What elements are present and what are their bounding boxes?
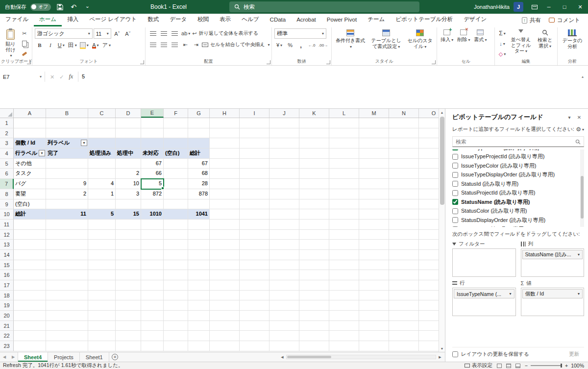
avatar[interactable]: J <box>514 2 523 12</box>
sheet-tab-Sheet4[interactable]: Sheet4 <box>18 352 48 362</box>
cell-H20[interactable] <box>210 311 240 321</box>
cell-J1[interactable] <box>270 118 299 128</box>
cell-K10[interactable] <box>299 209 329 220</box>
cell-K6[interactable] <box>299 169 329 179</box>
cell-J7[interactable] <box>270 179 299 189</box>
cell-N23[interactable] <box>389 341 419 351</box>
field-checkbox[interactable] <box>452 190 458 196</box>
ribbon-tab-表示[interactable]: 表示 <box>214 14 236 26</box>
columns-drop-zone[interactable]: StatusName (読み... <box>521 248 585 277</box>
cell-J3[interactable] <box>270 138 299 148</box>
cell-J8[interactable] <box>270 189 299 199</box>
cell-L21[interactable] <box>329 321 359 331</box>
font-color-button[interactable] <box>91 40 100 50</box>
cell-L17[interactable] <box>329 280 359 291</box>
ribbon-tab-Power Pivot[interactable]: Power Pivot <box>321 14 362 26</box>
cell-A5[interactable]: その他 <box>14 159 46 169</box>
cell-N13[interactable] <box>389 240 419 250</box>
cell-L15[interactable] <box>329 260 359 271</box>
cell-E7[interactable]: 5 <box>141 179 164 189</box>
cell-F2[interactable] <box>164 128 188 139</box>
cell-M13[interactable] <box>359 240 389 250</box>
cell-H23[interactable] <box>210 341 240 351</box>
cell-H2[interactable] <box>210 128 240 139</box>
cell-O20[interactable] <box>419 311 439 321</box>
cell-O19[interactable] <box>419 300 439 311</box>
cell-O2[interactable] <box>419 128 439 139</box>
enter-formula-button[interactable] <box>59 74 64 80</box>
cell-E8[interactable]: 872 <box>141 189 164 199</box>
cell-F14[interactable] <box>164 250 188 260</box>
cell-E22[interactable] <box>141 331 164 341</box>
ribbon-tab-校閲[interactable]: 校閲 <box>192 14 214 26</box>
cell-C23[interactable] <box>88 341 116 351</box>
cell-I12[interactable] <box>240 230 270 240</box>
cell-M20[interactable] <box>359 311 389 321</box>
ribbon-display-options-button[interactable] <box>528 0 541 14</box>
fill-button[interactable] <box>497 39 507 49</box>
cell-K20[interactable] <box>299 311 329 321</box>
cell-A17[interactable] <box>14 280 46 291</box>
cell-A13[interactable] <box>14 240 46 250</box>
align-right-button[interactable] <box>170 40 179 49</box>
cell-O10[interactable] <box>419 209 439 220</box>
cell-E21[interactable] <box>141 321 164 331</box>
comma-format-button[interactable] <box>296 40 306 50</box>
cell-K7[interactable] <box>299 179 329 189</box>
cell-E1[interactable] <box>141 118 164 128</box>
underline-button[interactable] <box>56 40 66 50</box>
align-center-button[interactable] <box>159 40 169 49</box>
cell-I11[interactable] <box>240 220 270 230</box>
clipboard-dialog-launcher-icon[interactable] <box>27 60 31 64</box>
cell-N5[interactable] <box>389 159 419 169</box>
cell-H19[interactable] <box>210 300 240 311</box>
cell-B10[interactable]: 11 <box>46 209 88 220</box>
field-list-scrollbar[interactable] <box>580 149 584 227</box>
cell-J9[interactable] <box>270 199 299 210</box>
cell-B1[interactable] <box>46 118 88 128</box>
cell-E12[interactable] <box>141 230 164 240</box>
cell-C19[interactable] <box>88 300 116 311</box>
cell-C5[interactable] <box>88 159 116 169</box>
cell-L9[interactable] <box>329 199 359 210</box>
cell-N18[interactable] <box>389 291 419 301</box>
tools-button[interactable]: ▾ <box>576 126 584 133</box>
cell-O1[interactable] <box>419 118 439 128</box>
field-item[interactable]: AssigneeId (読み取り専用) <box>452 225 579 227</box>
cell-A1[interactable] <box>14 118 46 128</box>
cell-J10[interactable] <box>270 209 299 220</box>
cell-M7[interactable] <box>359 179 389 189</box>
cell-B8[interactable]: 2 <box>46 189 88 199</box>
cell-I9[interactable] <box>240 199 270 210</box>
cell-M11[interactable] <box>359 220 389 230</box>
field-chip[interactable]: StatusName (読み... <box>522 250 583 259</box>
decrease-indent-button[interactable]: ⇤ <box>180 40 190 49</box>
cell-E9[interactable] <box>141 199 164 210</box>
cell-O13[interactable] <box>419 240 439 250</box>
cell-D18[interactable] <box>116 291 141 301</box>
cell-I22[interactable] <box>240 331 270 341</box>
cell-G3[interactable] <box>188 138 210 148</box>
cell-N19[interactable] <box>389 300 419 311</box>
formula-input[interactable]: 5 <box>78 72 577 82</box>
cell-M19[interactable] <box>359 300 389 311</box>
number-format-combo[interactable]: 標準 <box>274 28 326 39</box>
cell-L19[interactable] <box>329 300 359 311</box>
page-layout-view-button[interactable] <box>506 364 511 368</box>
cell-B22[interactable] <box>46 331 88 341</box>
row-header-10[interactable]: 10 <box>0 209 14 220</box>
cell-C17[interactable] <box>88 280 116 291</box>
paste-button[interactable]: 貼り付け <box>3 28 18 59</box>
cut-button[interactable] <box>20 28 29 38</box>
cell-N14[interactable] <box>389 250 419 260</box>
cell-G1[interactable] <box>188 118 210 128</box>
row-header-2[interactable]: 2 <box>0 128 14 139</box>
cell-D19[interactable] <box>116 300 141 311</box>
column-header-D[interactable]: D <box>116 109 141 118</box>
field-item[interactable]: IssueTypeColor (読み取り専用) <box>452 161 579 171</box>
cell-F7[interactable] <box>164 179 188 189</box>
cell-E17[interactable] <box>141 280 164 291</box>
cell-I21[interactable] <box>240 321 270 331</box>
cell-H7[interactable] <box>210 179 240 189</box>
cell-M14[interactable] <box>359 250 389 260</box>
